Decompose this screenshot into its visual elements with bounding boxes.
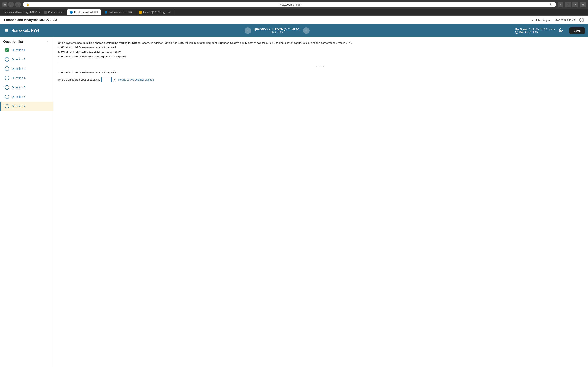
- hw-score-label: HW Score:: [515, 27, 528, 31]
- sidebar-item-question-1[interactable]: ✓ Question 1: [0, 45, 53, 55]
- tab-hw4-1-label: Do Homework – HW4: [74, 11, 98, 14]
- help-icon[interactable]: ?: [579, 18, 584, 22]
- q1-label: Question 1: [12, 48, 26, 52]
- content-area: Unida Systems has 46 million shares outs…: [53, 37, 588, 367]
- homework-label: Homework:: [11, 29, 30, 33]
- pearson-tab-icon-1: [70, 11, 73, 14]
- tab-hw4-2-label: Do Homework – HW4: [109, 11, 132, 14]
- answer-row: Unida's unlevered cost of capital is %. …: [58, 77, 583, 82]
- q7-label: Question 7: [12, 105, 26, 108]
- hw-score-section: HW Score: 15%, 15 of 100 points Points: …: [515, 27, 585, 34]
- q6-label: Question 6: [12, 95, 26, 99]
- round-note: (Round to two decimal places.): [117, 78, 154, 81]
- tab-mylab-label: MyLab and Mastering - MSBA Finance a...: [4, 11, 41, 14]
- lock-icon: 🔒: [26, 3, 29, 6]
- hw-score-info: HW Score: 15%, 15 of 100 points Points: …: [515, 27, 555, 34]
- check-icon: ✓: [6, 49, 8, 51]
- main-layout: Question list |← ✓ Question 1 Question 2…: [0, 37, 588, 367]
- hw-label: Homework: HW4: [11, 29, 39, 33]
- hw-menu-btn[interactable]: ☰: [3, 27, 10, 34]
- sidebar-item-question-2[interactable]: Question 2: [0, 55, 53, 64]
- course-tab-icon: [44, 11, 47, 14]
- datetime: 07/13/23 9:41 AM: [555, 18, 576, 22]
- q7-circle: [5, 104, 9, 108]
- q5-circle: [5, 85, 9, 90]
- hw-score-value: 15%, 15 of 100 points: [529, 27, 555, 31]
- sidebar-item-question-3[interactable]: Question 3: [0, 64, 53, 73]
- q6-circle: [5, 95, 9, 99]
- pearson-tab-icon-2: [104, 11, 107, 14]
- sub-b-label: b. What is Unida's after-tax debt cost o…: [58, 50, 121, 54]
- q3-circle: [5, 67, 9, 71]
- hr-divider: [58, 62, 583, 62]
- next-question-btn[interactable]: ›: [303, 27, 310, 34]
- divider-dots: · · ·: [58, 65, 583, 68]
- question-title: Question 7, P12-26 (similar to): [254, 27, 300, 31]
- points-label: Points:: [519, 31, 528, 34]
- points-circle-icon: [515, 31, 518, 34]
- sidebar-item-question-7[interactable]: Question 7: [0, 101, 53, 111]
- sub-a-label: a. What is Unida's unlevered cost of cap…: [58, 46, 116, 49]
- new-tab-btn[interactable]: +: [572, 2, 578, 7]
- hw-question-info: Question 7, P12-26 (similar to) Part 1 o…: [254, 27, 300, 34]
- q2-circle: [5, 57, 9, 62]
- hw-settings-btn[interactable]: [559, 28, 563, 33]
- tab-chegg[interactable]: Expert Q&A | Chegg.com: [136, 9, 174, 16]
- q1-circle: ✓: [5, 48, 9, 52]
- window-tile-btn[interactable]: ⊞: [2, 2, 7, 7]
- points-row: Points: 0 of 15: [515, 31, 555, 34]
- window-controls: ⊞ ‹ ›: [2, 2, 21, 7]
- answer-suffix: %.: [113, 78, 116, 81]
- browser-chrome: ⊞ ‹ › 🔒 mylab.pearson.com ↻ ⬇ ⬆ + ⊟: [0, 0, 588, 9]
- tab-mylab[interactable]: MyLab and Mastering - MSBA Finance a...: [0, 9, 41, 16]
- reload-btn[interactable]: ↻: [550, 3, 553, 6]
- q5-label: Question 5: [12, 86, 26, 89]
- tab-chegg-label: Expert Q&A | Chegg.com: [143, 11, 171, 14]
- part-a-question: a. What is Unida's unlevered cost of cap…: [58, 71, 583, 74]
- answer-prefix: Unida's unlevered cost of capital is: [58, 78, 100, 81]
- share-btn[interactable]: ⬆: [565, 2, 571, 7]
- prev-question-btn[interactable]: ‹: [245, 27, 251, 34]
- app-header-right: derek bresingham 07/13/23 9:41 AM ?: [531, 18, 584, 22]
- browser-tabs: MyLab and Mastering - MSBA Finance a... …: [0, 9, 588, 16]
- q4-circle: [5, 76, 9, 80]
- address-text: mylab.pearson.com: [31, 3, 548, 6]
- app-header: Finance and Analytics MSBA 2023 derek br…: [0, 16, 588, 25]
- q4-label: Question 4: [12, 76, 26, 80]
- collapse-sidebar-btn[interactable]: |←: [45, 40, 50, 44]
- save-button[interactable]: Save: [570, 27, 585, 34]
- tab-hw4-2[interactable]: Do Homework – HW4: [101, 9, 136, 16]
- back-btn[interactable]: ‹: [8, 2, 14, 7]
- download-btn[interactable]: ⬇: [558, 2, 563, 7]
- hw-name: HW4: [31, 29, 39, 33]
- q2-label: Question 2: [12, 58, 26, 61]
- sidebar-header: Question list |←: [0, 37, 53, 45]
- hw-question-nav: ‹ Question 7, P12-26 (similar to) Part 1…: [39, 27, 515, 34]
- tab-course[interactable]: Course Home: [41, 9, 67, 16]
- answer-input[interactable]: [102, 77, 112, 82]
- hw-score-row: HW Score: 15%, 15 of 100 points: [515, 27, 555, 31]
- hw-nav-bar: ☰ Homework: HW4 ‹ Question 7, P12-26 (si…: [0, 25, 588, 37]
- problem-text: Unida Systems has 46 million shares outs…: [58, 41, 583, 59]
- points-value: 0 of 15: [530, 31, 538, 34]
- forward-btn[interactable]: ›: [15, 2, 21, 7]
- problem-body: Unida Systems has 46 million shares outs…: [58, 42, 352, 44]
- address-bar[interactable]: 🔒 mylab.pearson.com ↻: [23, 2, 556, 7]
- sidebar-title: Question list: [3, 40, 23, 44]
- part-a-bold: a. What is Unida's unlevered cost of cap…: [58, 71, 116, 74]
- app-title: Finance and Analytics MSBA 2023: [4, 18, 57, 22]
- browser-actions: ⬇ ⬆ + ⊟: [558, 2, 586, 7]
- tab-hw4-1[interactable]: Do Homework – HW4: [67, 9, 101, 16]
- tab-course-label: Course Home: [48, 11, 63, 14]
- sidebar-item-question-6[interactable]: Question 6: [0, 92, 53, 101]
- sidebar-item-question-4[interactable]: Question 4: [0, 73, 53, 83]
- svg-point-0: [560, 30, 561, 31]
- q3-label: Question 3: [12, 67, 26, 70]
- sidebar-toggle-btn[interactable]: ⊟: [580, 2, 586, 7]
- sub-c-label: c. What is Unida's weighted average cost…: [58, 55, 126, 58]
- chegg-tab-icon: [139, 11, 142, 14]
- question-part: Part 1 of 3: [254, 31, 300, 34]
- username: derek bresingham: [531, 18, 552, 22]
- sidebar-item-question-5[interactable]: Question 5: [0, 83, 53, 92]
- sidebar: Question list |← ✓ Question 1 Question 2…: [0, 37, 53, 367]
